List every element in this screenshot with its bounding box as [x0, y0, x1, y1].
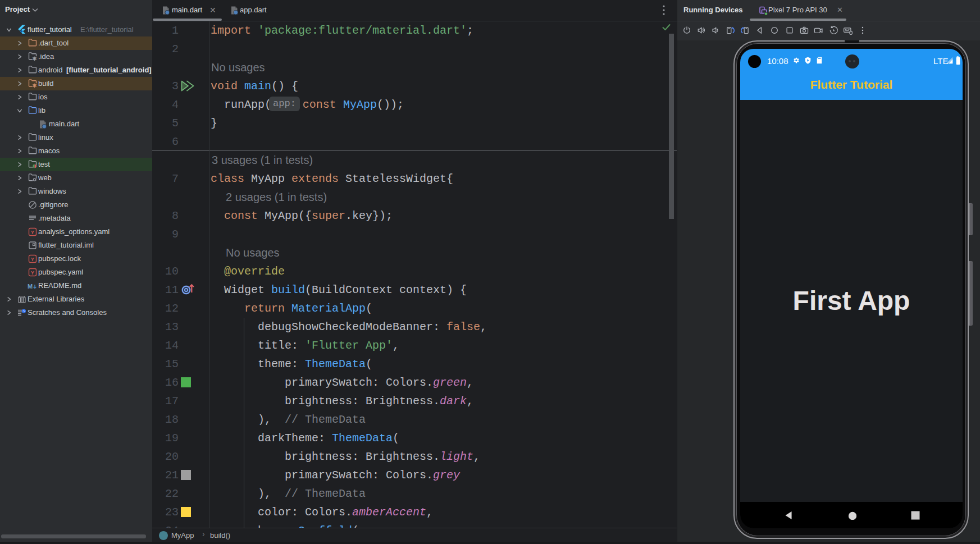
svg-text:✱: ✱ — [32, 56, 37, 61]
svg-text:Y: Y — [31, 269, 35, 276]
svg-text:✱: ✱ — [32, 83, 37, 88]
svg-text:Y: Y — [31, 256, 35, 262]
svg-text:M: M — [28, 283, 33, 290]
svg-text:Y: Y — [31, 229, 35, 235]
